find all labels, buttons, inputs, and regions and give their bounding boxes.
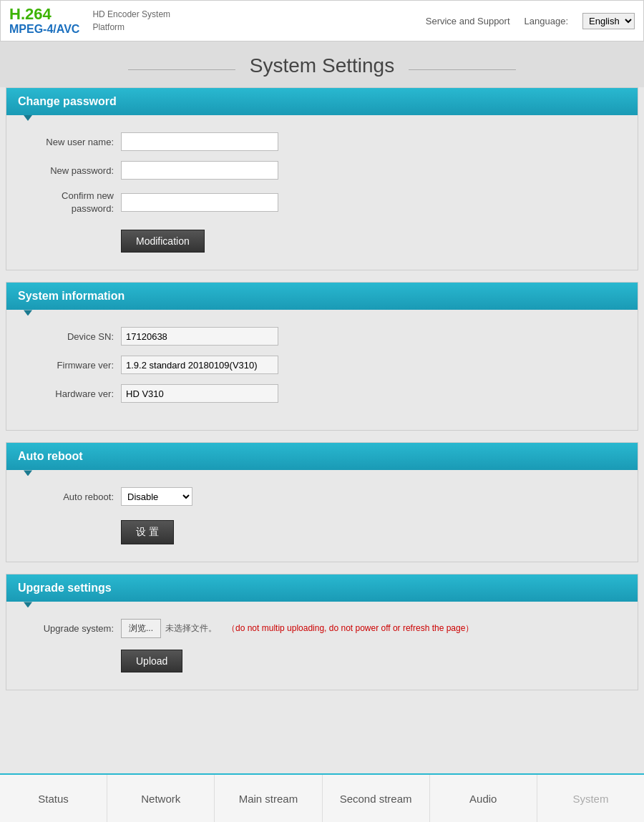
nav-second-stream-label: Second stream	[340, 793, 412, 805]
subtitle-line2: Platform	[92, 21, 170, 34]
page-title-bar: System Settings	[0, 41, 644, 87]
page-content: System Settings Change password New user…	[0, 41, 644, 759]
upgrade-settings-section: Upgrade settings Upgrade system: 浏览... 未…	[6, 574, 638, 690]
auto-reboot-section: Auto reboot Auto reboot: Disable Daily W…	[6, 442, 638, 562]
firmware-row: Firmware ver:	[21, 356, 623, 374]
language-select[interactable]: English	[582, 13, 635, 29]
change-password-title: Change password	[18, 95, 117, 107]
upload-warning: （do not multip uploading, do not power o…	[227, 622, 474, 635]
modification-button[interactable]: Modification	[121, 230, 205, 253]
device-sn-value	[121, 327, 278, 346]
nav-audio-label: Audio	[469, 793, 497, 805]
hardware-label: Hardware ver:	[21, 388, 121, 399]
logo-h264: H.264	[9, 6, 79, 23]
nav-audio[interactable]: Audio	[430, 775, 537, 822]
header-right: Service and Support Language: English	[426, 13, 635, 29]
bottom-nav: Status Network Main stream Second stream…	[0, 773, 644, 822]
no-file-text: 未选择文件。	[165, 622, 217, 635]
username-input[interactable]	[121, 132, 278, 151]
nav-system[interactable]: System	[537, 775, 644, 822]
upgrade-settings-body: Upgrade system: 浏览... 未选择文件。 （do not mul…	[6, 602, 638, 690]
firmware-value	[121, 356, 278, 374]
change-password-body: New user name: New password: Confirm new…	[6, 115, 638, 270]
nav-status-label: Status	[38, 793, 69, 805]
auto-reboot-title: Auto reboot	[18, 450, 83, 462]
upgrade-settings-header: Upgrade settings	[6, 574, 638, 602]
nav-main-stream-label: Main stream	[239, 793, 298, 805]
firmware-label: Firmware ver:	[21, 360, 121, 371]
auto-reboot-header: Auto reboot	[6, 443, 638, 470]
upgrade-system-label: Upgrade system:	[21, 623, 121, 634]
nav-system-label: System	[572, 793, 608, 805]
nav-status[interactable]: Status	[0, 775, 107, 822]
hardware-value	[121, 384, 278, 403]
nav-main-stream[interactable]: Main stream	[215, 775, 322, 822]
auto-reboot-row: Auto reboot: Disable Daily Weekly	[21, 487, 623, 506]
nav-network-label: Network	[141, 793, 180, 805]
auto-reboot-body: Auto reboot: Disable Daily Weekly 设 置	[6, 470, 638, 562]
password-label: New password:	[21, 165, 121, 176]
password-row: New password:	[21, 161, 623, 180]
system-info-body: Device SN: Firmware ver: Hardware ver:	[6, 310, 638, 430]
header-subtitle: HD Encoder System Platform	[92, 8, 170, 34]
nav-second-stream[interactable]: Second stream	[323, 775, 430, 822]
service-support-link[interactable]: Service and Support	[426, 16, 510, 26]
confirm-password-label: Confirm new password:	[21, 190, 121, 215]
password-input[interactable]	[121, 161, 278, 180]
device-sn-row: Device SN:	[21, 327, 623, 346]
language-label: Language:	[525, 16, 568, 26]
page-title: System Settings	[250, 54, 394, 77]
change-password-section: Change password New user name: New passw…	[6, 87, 638, 270]
logo-mpeg: MPEG-4/AVC	[9, 23, 79, 36]
username-row: New user name:	[21, 132, 623, 151]
auto-reboot-select[interactable]: Disable Daily Weekly	[121, 487, 192, 506]
hardware-row: Hardware ver:	[21, 384, 623, 403]
change-password-header: Change password	[6, 88, 638, 115]
header: H.264 MPEG-4/AVC HD Encoder System Platf…	[0, 0, 644, 41]
confirm-password-input[interactable]	[121, 193, 278, 212]
upload-button[interactable]: Upload	[121, 650, 182, 672]
upgrade-settings-title: Upgrade settings	[18, 582, 112, 594]
nav-network[interactable]: Network	[107, 775, 215, 822]
logo-area: H.264 MPEG-4/AVC	[9, 6, 79, 36]
system-info-header: System information	[6, 283, 638, 310]
auto-reboot-label: Auto reboot:	[21, 491, 121, 502]
set-button[interactable]: 设 置	[121, 520, 174, 544]
system-info-title: System information	[18, 290, 125, 302]
confirm-password-row: Confirm new password:	[21, 190, 623, 215]
system-info-section: System information Device SN: Firmware v…	[6, 282, 638, 431]
browse-button[interactable]: 浏览...	[121, 619, 161, 638]
device-sn-label: Device SN:	[21, 331, 121, 342]
upgrade-system-row: Upgrade system: 浏览... 未选择文件。 （do not mul…	[21, 619, 623, 638]
subtitle-line1: HD Encoder System	[92, 8, 170, 21]
username-label: New user name:	[21, 137, 121, 147]
